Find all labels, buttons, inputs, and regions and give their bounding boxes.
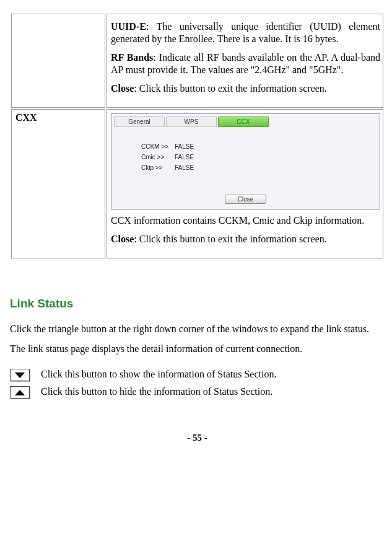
close-paragraph-2: Close: Click this button to exit the inf… xyxy=(111,233,380,245)
uuid-e-label: UUID-E xyxy=(111,21,146,32)
kv-cckm: CCKM >> FALSE xyxy=(141,143,375,150)
tab-wps[interactable]: WPS xyxy=(166,117,217,127)
rf-bands-paragraph: RF Bands: Indicate all RF bands availabl… xyxy=(111,51,380,76)
kv-ckip: Ckip >> FALSE xyxy=(141,164,375,171)
close-label-1: Close xyxy=(111,83,134,94)
link-status-heading: Link Status xyxy=(10,297,385,311)
row2-right-cell: General WPS CCX CCKM >> FALSE Cmic >> FA… xyxy=(107,109,383,258)
collapse-row: Click this button to hide the informatio… xyxy=(10,385,385,399)
ccx-close-row: Close xyxy=(114,195,377,204)
page-dash-left: - xyxy=(187,433,193,443)
row1-left-cell xyxy=(11,14,105,108)
uuid-e-text: : The universally unique identifier (UUI… xyxy=(111,21,380,44)
ckip-val: FALSE xyxy=(175,164,194,171)
triangle-down-icon xyxy=(15,372,25,378)
collapse-desc: Click this button to hide the informatio… xyxy=(41,385,272,399)
triangle-up-icon xyxy=(15,390,25,395)
expand-desc: Click this button to show the informatio… xyxy=(41,368,276,381)
close-text-1: : Click this button to exit the informat… xyxy=(134,83,327,94)
ccx-close-button[interactable]: Close xyxy=(225,195,267,204)
page-number: - 55 - xyxy=(10,433,385,443)
ccx-body: CCKM >> FALSE Cmic >> FALSE Ckip >> FALS… xyxy=(114,137,377,177)
page-dash-right: - xyxy=(202,433,207,443)
definition-table: UUID-E: The universally unique identifie… xyxy=(10,12,385,260)
cckm-val: FALSE xyxy=(175,143,194,150)
cxx-label: CXX xyxy=(15,112,37,123)
cmic-key: Cmic >> xyxy=(141,154,172,161)
rf-bands-label: RF Bands xyxy=(111,52,153,63)
expand-row: Click this button to show the informatio… xyxy=(10,368,385,381)
uuid-e-paragraph: UUID-E: The universally unique identifie… xyxy=(111,20,380,45)
close-text-2: : Click this button to exit the informat… xyxy=(134,234,327,244)
row2-left-cell: CXX xyxy=(11,109,105,258)
row1-right-cell: UUID-E: The universally unique identifie… xyxy=(107,14,383,108)
link-status-body: Click the triangle button at the right d… xyxy=(10,319,385,359)
collapse-button[interactable] xyxy=(10,386,30,399)
tab-ccx[interactable]: CCX xyxy=(218,117,269,127)
cmic-val: FALSE xyxy=(175,154,194,161)
page-num-value: 55 xyxy=(193,433,202,443)
cckm-key: CCKM >> xyxy=(141,143,172,150)
ckip-key: Ckip >> xyxy=(141,164,172,171)
close-label-2: Close xyxy=(111,234,134,244)
ccx-screenshot: General WPS CCX CCKM >> FALSE Cmic >> FA… xyxy=(111,113,380,209)
close-paragraph-1: Close: Click this button to exit the inf… xyxy=(111,82,380,95)
tab-general[interactable]: General xyxy=(114,117,165,127)
ccx-info-paragraph: CCX information contains CCKM, Cmic and … xyxy=(111,214,380,227)
kv-cmic: Cmic >> FALSE xyxy=(141,154,375,161)
ccx-tabs: General WPS CCX xyxy=(114,117,377,127)
expand-button[interactable] xyxy=(10,369,30,381)
